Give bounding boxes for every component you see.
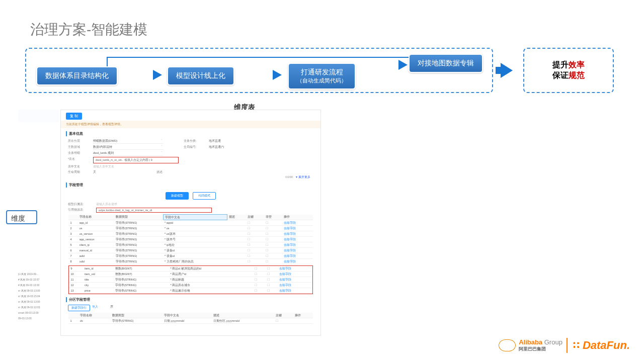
slide-title: 治理方案-智能建模 [30,20,147,39]
form-row: 业务明细dwd_loctb.规则 [61,150,320,156]
flow-node-2: 模型设计线上化 [167,66,234,85]
table-row: 6manual_id字符串(STRING)* 设备id去除字段 [68,248,312,253]
form-row-ref: 引用物源表:odps.loctbo.dwd_tt_log_ui_immer_re… [61,207,320,213]
arrow-icon [273,70,282,80]
expand-link[interactable]: ▾ 展开更多 [296,175,310,178]
new-model-button[interactable]: 新建模型 [166,192,189,200]
flow-connector [107,57,419,58]
mode-buttons: 新建模型 代码模式 [61,190,320,200]
table-row: 4app_version字符串(STRING)* 版本号去除字段 [68,237,312,242]
list-item: sr 凤展 09-02 13:00 [18,299,59,305]
table-row: 10item_uid整数(BIGINT)* 商品用户id去除字段 [69,272,312,277]
table-row: 13price字符串(STRING)* 商品展示价格去除字段 [69,288,312,294]
table-row: 3os_version字符串(STRING)* os版本去除字段 [68,231,312,237]
form-row: 表中文名请输入表中文名 [61,164,320,169]
form-row: 模型归属表:请输入所在需求 [61,202,320,207]
table-row: 1ds字符串(STRING)日期,yyyymmdd日期分区,yyyymmdd [68,318,312,324]
add-field-button[interactable]: 新建字段行 [68,305,90,311]
dots-icon [572,340,583,351]
remove-link[interactable]: 去除字段 [282,248,312,253]
remove-link[interactable]: 去除字段 [282,226,312,231]
code-mode-button[interactable]: 代码模式 [193,192,216,200]
alibaba-cn: 阿里巴巴集团 [519,346,562,352]
table-row: 5client_ip字符串(STRING)* ip地址去除字段 [68,242,312,248]
arrow-icon [153,70,162,80]
list-item: smart 09-03 13:00 [18,310,59,316]
flow-node-4: 对接地图数据专辑 [409,54,483,73]
section-partition: 分区字段管理 [66,297,320,302]
list-item: 归 凤展 2019-09... [18,272,59,277]
char-count: 0/200▾ 展开更多 [61,175,320,179]
flow-node-1: 数据体系目录结构化 [36,66,118,85]
copy-button[interactable]: 复 制 [66,113,82,120]
remove-link[interactable]: 去除字段 [282,253,312,259]
alibaba-logo: Alibaba Group 阿里巴巴集团 [499,338,562,352]
remove-link[interactable]: 去除字段 [278,283,312,288]
alibaba-text: Alibaba [519,338,542,346]
remove-link[interactable]: 去除字段 [282,259,312,264]
highlighted-rows: 9item_id整数(BIGINT)* 商品id.被浏览商品的id去除字段10i… [68,265,312,294]
form-row: 所在分层明细数据层(DWD)业务分类:地术直通 [61,138,320,144]
src-input[interactable]: 请输入所在需求 [96,202,117,207]
list-item: sr 凤展 09-03 13:00 [18,288,59,294]
remove-link[interactable]: 去除字段 [278,277,312,283]
dimension-tag: 维度 [6,210,37,224]
flow-node-3: 打通研发流程 （自动生成简代码） [288,63,356,89]
group-text: Group [544,338,562,346]
node3-line1: 打通研发流程 [301,68,343,76]
form-row: 生命周期天描述: [61,169,320,175]
form-row-tablename: *表名dwd_loctb_rt_vt_vtt.. 项填入自定义内容 | 3 [61,156,320,164]
layer-select[interactable]: 明细数据层(DWD) [93,139,164,144]
section-basic-info: 基本信息 [66,131,320,136]
list-item: # 凤展 09-03 13:00 [18,283,59,288]
result-line2: 保证规范 [552,70,585,81]
logo-bar: Alibaba Group 阿里巴巴集团 DataFun. [499,338,630,353]
detail-select[interactable]: dwd_loctb.规则 [93,151,164,156]
flow-container: 数据体系目录结构化 模型设计线上化 打通研发流程 （自动生成简代码） 对接地图数… [25,48,493,93]
remove-link[interactable]: 去除字段 [282,242,312,248]
alibaba-icon [499,339,516,351]
remove-link[interactable]: 去除字段 [282,220,312,226]
result-line1: 提升效率 [552,60,585,70]
remove-link[interactable]: 去除字段 [278,272,312,277]
table-name-input[interactable]: dwd_loctb_rt_vt_vtt.. 项填入自定义内容 | 3 [93,157,179,163]
list-item: 09-03 13:00 [18,316,59,321]
arrow-icon [398,60,408,70]
remove-link[interactable]: 去除字段 [278,266,312,272]
list-item: sr 凤展 09-02 22:03 [18,305,59,310]
domain-select[interactable]: 数据/内部流转 [93,145,164,150]
list-item: sr 凤展 19-03 15:04 [18,294,59,299]
table-row: 8udid字符串(STRING)* 卫星精准厂商的信息去除字段 [68,259,312,264]
left-sidebar-fragment [18,110,59,122]
node3-line2: （自动生成简代码） [297,77,347,84]
remove-link[interactable]: 去除字段 [278,288,312,294]
partition-table: 字段名称数据类型字段中文名描述主键操作 1ds字符串(STRING)日期,yyy… [68,313,312,324]
table-row: 9item_id整数(BIGINT)* 商品id.被浏览商品的id去除字段 [69,266,312,272]
cn-name-input[interactable]: 请输入表中文名 [93,164,114,169]
import-button[interactable]: 导入 [92,305,98,311]
model-edit-panel: 复 制 当前所处于模型详情编辑，查看模型详情。 基本信息 所在分层明细数据层(D… [60,110,321,336]
history-list: 归 凤展 2019-09... # 凤展 09-03 15:57 # 凤展 09… [18,272,59,321]
big-arrow-icon [501,63,513,78]
remove-link[interactable]: 去除字段 [282,237,312,242]
partition-toolbar: 新建字段行 导入 序 [61,304,320,312]
logo-separator [567,338,568,353]
table-row: 1app_id字符串(STRING)* appid去除字段 [68,220,312,226]
form-row: 主数据域数据/内部流转全局编号:地术直通(*) [61,144,320,150]
table-header: 字段名称数据类型字段中文名描述主键操作 [68,313,312,318]
fields-table: 字段名称数据类型字段中文名描述主键非空操作 1app_id字符串(STRING)… [68,214,312,264]
result-box: 提升效率 保证规范 [523,48,614,93]
table-row: 12city字符串(STRING)* 商品所在城市去除字段 [69,283,312,288]
table-row: 7adid字符串(STRING)* 设备id去除字段 [68,253,312,259]
table-header: 字段名称数据类型字段中文名描述主键非空操作 [68,215,312,220]
list-item: # 凤展 09-03 15:57 [18,277,59,283]
datafun-logo: DataFun. [572,339,630,352]
remove-link[interactable]: 去除字段 [282,231,312,237]
ref-table-input[interactable]: odps.loctbo.dwd_tt_log_ui_immer_re_di [96,208,212,213]
warning-banner: 当前所处于模型详情编辑，查看模型详情。 [61,121,320,128]
table-row: 2os字符串(STRING)* os去除字段 [68,226,312,231]
section-fields: 字段管理 [66,183,320,188]
table-row: 11title字符串(STRING)* 商品标题去除字段 [69,277,312,283]
